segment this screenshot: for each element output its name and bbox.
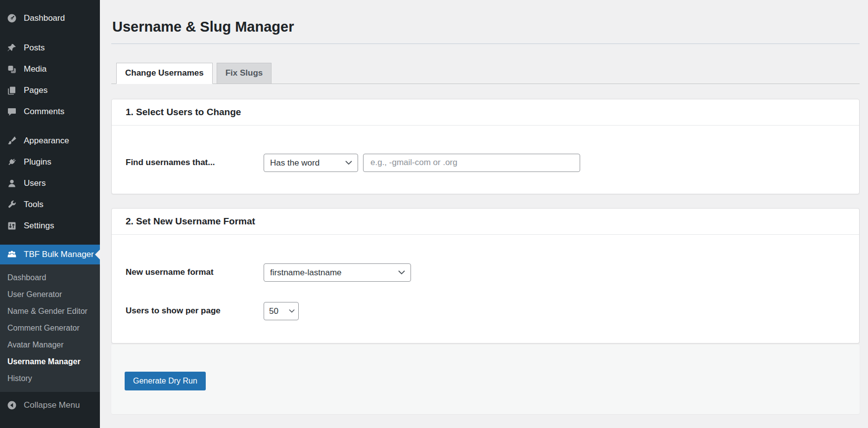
- submenu-item-user-generator[interactable]: User Generator: [0, 286, 100, 303]
- sidebar-item-label: Users: [24, 178, 46, 188]
- actions-section: Generate Dry Run: [111, 344, 860, 414]
- submenu-item-label: Comment Generator: [7, 324, 80, 333]
- per-page-label: Users to show per page: [126, 306, 264, 316]
- sidebar-item-label: Appearance: [24, 136, 69, 146]
- sidebar-item-label: Tools: [24, 200, 44, 210]
- submenu-item-label: Dashboard: [7, 273, 46, 282]
- tab-label: Fix Slugs: [226, 68, 263, 78]
- tab-change-usernames[interactable]: Change Usernames: [116, 63, 213, 84]
- sidebar-item-label: Comments: [24, 107, 64, 117]
- dashboard-icon: [6, 13, 17, 24]
- sidebar-item-label: Settings: [24, 221, 54, 231]
- title-divider: [111, 43, 860, 44]
- submenu-item-history[interactable]: History: [0, 370, 100, 387]
- section-heading: 2. Set New Username Format: [112, 209, 859, 235]
- submenu-item-name-gender-editor[interactable]: Name & Gender Editor: [0, 303, 100, 320]
- tab-fix-slugs[interactable]: Fix Slugs: [217, 63, 272, 84]
- sidebar-item-plugins[interactable]: Plugins: [0, 151, 100, 172]
- submenu-item-dashboard[interactable]: Dashboard: [0, 269, 100, 286]
- find-usernames-label: Find usernames that...: [126, 158, 264, 168]
- sidebar-item-tools[interactable]: Tools: [0, 194, 100, 215]
- submenu-item-comment-generator[interactable]: Comment Generator: [0, 320, 100, 337]
- username-format-select[interactable]: firstname-lastname: [264, 263, 411, 282]
- per-page-select-wrap: 50: [264, 302, 299, 320]
- sidebar-item-users[interactable]: Users: [0, 172, 100, 194]
- collapse-arrow-icon: [6, 400, 17, 411]
- current-menu-arrow-icon: [95, 250, 100, 259]
- sidebar-item-media[interactable]: Media: [0, 58, 100, 80]
- settings-icon: [6, 220, 17, 231]
- plugin-icon: [6, 157, 17, 168]
- search-term-input[interactable]: [363, 154, 580, 172]
- username-format-body: New username format firstname-lastname U…: [112, 235, 859, 343]
- select-users-body: Find usernames that... Has the word: [112, 126, 859, 194]
- admin-menu: Dashboard Posts Media Pages Comments: [0, 0, 100, 392]
- section-heading: 1. Select Users to Change: [112, 99, 859, 126]
- wrench-icon: [6, 199, 17, 210]
- submenu-item-label: Username Manager: [7, 357, 81, 366]
- collapse-menu-button[interactable]: Collapse Menu: [0, 394, 100, 416]
- admin-sidebar: Dashboard Posts Media Pages Comments: [0, 0, 100, 428]
- find-usernames-row: Find usernames that... Has the word: [126, 154, 845, 172]
- sidebar-item-label: Media: [24, 64, 46, 74]
- sidebar-item-comments[interactable]: Comments: [0, 101, 100, 122]
- pushpin-icon: [6, 43, 17, 53]
- username-format-section: 2. Set New Username Format New username …: [111, 208, 860, 343]
- submenu-item-avatar-manager[interactable]: Avatar Manager: [0, 337, 100, 353]
- tab-bar: Change Usernames Fix Slugs: [111, 63, 860, 84]
- submenu-item-username-manager[interactable]: Username Manager: [0, 353, 100, 370]
- per-page-row: Users to show per page 50: [126, 302, 845, 320]
- sidebar-item-posts[interactable]: Posts: [0, 37, 100, 58]
- sidebar-item-dashboard[interactable]: Dashboard: [0, 7, 100, 29]
- sidebar-item-appearance[interactable]: Appearance: [0, 130, 100, 151]
- username-format-label: New username format: [126, 267, 264, 277]
- tab-label: Change Usernames: [125, 68, 204, 78]
- collapse-menu-label: Collapse Menu: [24, 400, 80, 410]
- match-type-select[interactable]: Has the word: [264, 154, 358, 172]
- sidebar-item-pages[interactable]: Pages: [0, 80, 100, 101]
- per-page-select[interactable]: 50: [264, 302, 299, 320]
- sidebar-item-label: Pages: [24, 86, 47, 95]
- pages-icon: [6, 85, 17, 96]
- match-type-select-wrap: Has the word: [264, 154, 358, 172]
- username-format-select-wrap: firstname-lastname: [264, 263, 411, 282]
- sidebar-item-label: Dashboard: [24, 13, 65, 23]
- submenu-item-label: Avatar Manager: [7, 341, 64, 349]
- appearance-brush-icon: [6, 135, 17, 146]
- sidebar-item-tbf-bulk-manager[interactable]: TBF Bulk Manager: [0, 245, 100, 264]
- main-content: Username & Slug Manager Change Usernames…: [100, 0, 868, 428]
- generate-dry-run-button[interactable]: Generate Dry Run: [125, 372, 206, 390]
- sidebar-item-label: TBF Bulk Manager: [24, 250, 94, 259]
- submenu-item-label: User Generator: [7, 290, 62, 299]
- media-icon: [6, 64, 17, 75]
- submenu-item-label: Name & Gender Editor: [7, 307, 88, 316]
- sidebar-item-settings[interactable]: Settings: [0, 215, 100, 236]
- sidebar-item-label: Posts: [24, 43, 45, 53]
- groups-icon: [6, 249, 17, 260]
- select-users-section: 1. Select Users to Change Find usernames…: [111, 99, 860, 194]
- username-format-row: New username format firstname-lastname: [126, 263, 845, 282]
- page-title: Username & Slug Manager: [112, 18, 860, 36]
- comments-icon: [6, 106, 17, 117]
- sidebar-item-label: Plugins: [24, 157, 51, 167]
- user-icon: [6, 178, 17, 189]
- tbf-submenu: Dashboard User Generator Name & Gender E…: [0, 264, 100, 392]
- submenu-item-label: History: [7, 374, 32, 383]
